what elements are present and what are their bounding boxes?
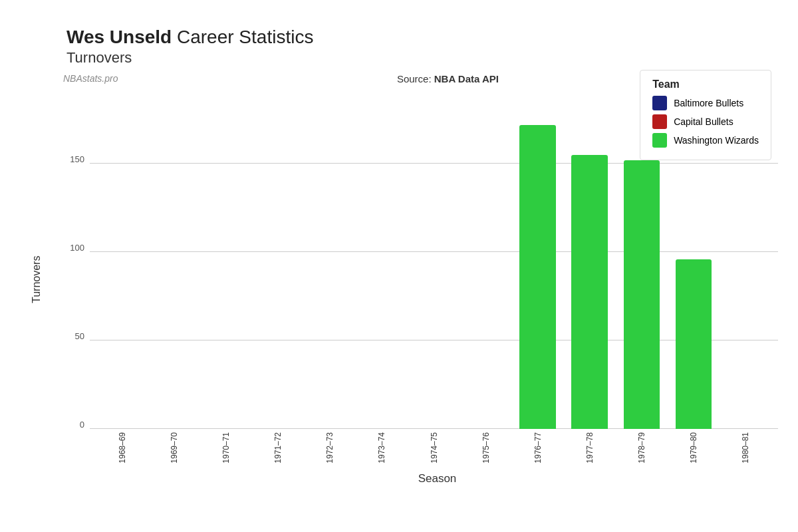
source-api: Source: NBA Data API <box>397 73 499 84</box>
bar-group <box>96 93 148 429</box>
bar <box>519 125 556 429</box>
x-label-wrap: 1972–73 <box>304 429 356 469</box>
x-label-wrap: 1977–78 <box>564 429 616 469</box>
bar-group <box>668 93 720 429</box>
chart-inner: NBAstats.pro Source: NBA Data API Team B… <box>50 73 785 485</box>
x-label-wrap: 1968–69 <box>96 429 148 469</box>
legend-title: Team <box>652 78 759 90</box>
bar <box>676 259 712 429</box>
bar-group <box>512 93 564 429</box>
plot-area: 050100150 1968–691969–701970–711971–7219… <box>50 93 785 469</box>
bar <box>624 160 660 429</box>
x-axis-title: Season <box>50 472 785 485</box>
bar-group <box>148 93 200 429</box>
x-label-wrap: 1980–81 <box>720 429 771 469</box>
x-label: 1980–81 <box>741 432 750 464</box>
bar-group <box>252 93 304 429</box>
grid-label: 0 <box>80 419 90 429</box>
bar-group <box>720 93 771 429</box>
title-normal: Career Statistics <box>172 27 313 47</box>
x-label: 1972–73 <box>325 432 334 464</box>
grid-label: 50 <box>75 331 90 340</box>
bar-group <box>408 93 460 429</box>
title-area: Wes Unseld Career Statistics Turnovers <box>27 27 785 66</box>
x-label-wrap: 1971–72 <box>252 429 304 469</box>
source-text: Source: <box>397 73 434 84</box>
x-label: 1971–72 <box>273 432 283 464</box>
bar-group <box>460 93 512 429</box>
x-label-wrap: 1974–75 <box>408 429 460 469</box>
x-label: 1978–79 <box>637 432 646 464</box>
chart-container: Wes Unseld Career Statistics Turnovers T… <box>0 0 798 532</box>
source-bold: NBA Data API <box>434 73 499 84</box>
x-label: 1973–74 <box>377 432 386 464</box>
title-bold: Wes Unseld <box>66 27 172 47</box>
x-axis-labels: 1968–691969–701970–711971–721972–731973–… <box>90 429 778 469</box>
x-label: 1974–75 <box>430 432 439 464</box>
bars-area <box>90 93 778 429</box>
x-label: 1968–69 <box>118 432 127 464</box>
x-label-wrap: 1969–70 <box>148 429 200 469</box>
bar <box>571 155 608 429</box>
x-label-wrap: 1978–79 <box>616 429 668 469</box>
x-label: 1977–78 <box>585 432 595 464</box>
x-label: 1976–77 <box>533 432 543 464</box>
x-label: 1975–76 <box>481 432 491 464</box>
x-label: 1979–80 <box>689 432 698 464</box>
x-label-wrap: 1975–76 <box>460 429 512 469</box>
y-axis-label: Turnovers <box>27 73 47 485</box>
subtitle: Turnovers <box>66 49 785 66</box>
x-label: 1969–70 <box>170 432 179 464</box>
bar-group <box>304 93 356 429</box>
bar-group <box>616 93 668 429</box>
x-label-wrap: 1970–71 <box>200 429 252 469</box>
x-label-wrap: 1976–77 <box>512 429 564 469</box>
x-label-wrap: 1973–74 <box>356 429 408 469</box>
source-italic-label: NBAstats.pro <box>63 73 118 84</box>
bar-group <box>564 93 616 429</box>
main-title: Wes Unseld Career Statistics <box>66 27 785 48</box>
grid-label: 150 <box>70 154 90 164</box>
x-label-wrap: 1979–80 <box>668 429 720 469</box>
chart-area: Turnovers NBAstats.pro Source: NBA Data … <box>27 73 785 485</box>
bar-group <box>200 93 252 429</box>
grid-label: 100 <box>70 242 90 252</box>
x-label: 1970–71 <box>221 432 231 464</box>
bar-group <box>356 93 408 429</box>
